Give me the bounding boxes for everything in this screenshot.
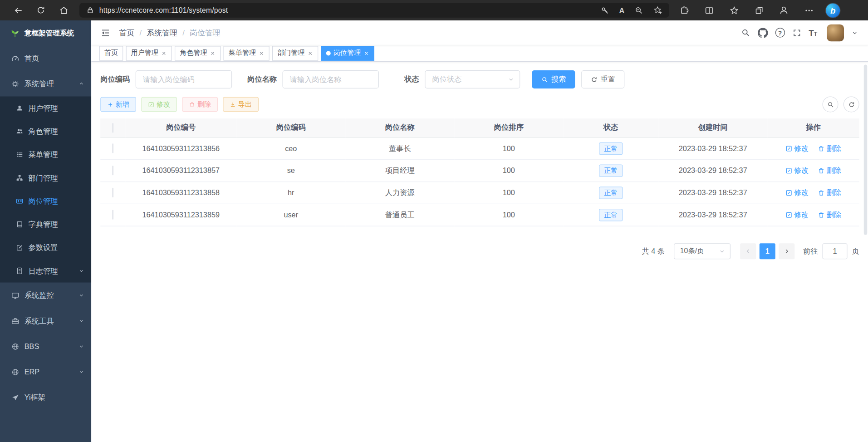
browser-reload-icon[interactable] xyxy=(29,0,52,20)
post-name-input[interactable] xyxy=(283,70,379,88)
split-screen-icon[interactable] xyxy=(696,0,721,20)
sidebar-item-dept-mgmt[interactable]: 部门管理 xyxy=(0,166,91,189)
export-button[interactable]: 导出 xyxy=(223,97,259,112)
github-icon[interactable] xyxy=(758,28,768,38)
sidebar-item-menu-mgmt[interactable]: 菜单管理 xyxy=(0,143,91,166)
list-icon xyxy=(16,151,23,158)
sidebar-item-post-mgmt[interactable]: 岗位管理 xyxy=(0,190,91,213)
add-button[interactable]: 新增 xyxy=(100,97,136,112)
row-checkbox[interactable] xyxy=(113,210,114,220)
table-row[interactable]: 1641030593112313858 hr 人力资源 100 正常 2023-… xyxy=(100,182,859,204)
tab-role-mgmt[interactable]: 角色管理 xyxy=(175,46,221,61)
cell-post-id: 1641030593112313858 xyxy=(125,182,236,204)
sidebar-item-param-settings[interactable]: 参数设置 xyxy=(0,236,91,259)
bing-chat-icon[interactable]: b xyxy=(826,3,840,17)
post-code-input[interactable] xyxy=(136,70,232,88)
status-select[interactable]: 岗位状态 xyxy=(425,70,520,88)
zoom-out-icon[interactable] xyxy=(635,6,643,15)
sidebar-item-bbs[interactable]: BBS xyxy=(0,334,91,359)
browser-back-icon[interactable] xyxy=(7,0,29,20)
collections-icon[interactable] xyxy=(746,0,771,20)
row-delete-link[interactable]: 删除 xyxy=(818,187,841,198)
sidebar-item-dict-mgmt[interactable]: 字典管理 xyxy=(0,213,91,236)
breadcrumb-system[interactable]: 系统管理 xyxy=(147,28,177,38)
tab-close-icon[interactable] xyxy=(259,50,265,56)
row-edit-link[interactable]: 修改 xyxy=(785,143,809,154)
sidebar-item-system-monitor[interactable]: 系统监控 xyxy=(0,283,91,308)
row-edit-link[interactable]: 修改 xyxy=(785,210,809,220)
fullscreen-icon[interactable] xyxy=(792,28,801,37)
sidebar-item-system-mgmt[interactable]: 系统管理 xyxy=(0,71,91,96)
refresh-table-button[interactable] xyxy=(843,97,859,113)
tab-user-mgmt[interactable]: 用户管理 xyxy=(126,46,172,61)
breadcrumb-home[interactable]: 首页 xyxy=(119,28,135,38)
row-checkbox[interactable] xyxy=(113,166,114,175)
tab-close-icon[interactable] xyxy=(210,50,216,56)
screen: https://ccnetcore.com:1101/system/post A… xyxy=(0,0,868,442)
scrollbar[interactable] xyxy=(864,65,868,235)
page-size-select[interactable]: 10条/页 xyxy=(674,243,731,259)
favorite-add-icon[interactable] xyxy=(653,6,662,15)
sidebar-item-user-mgmt[interactable]: 用户管理 xyxy=(0,97,91,120)
row-delete-link[interactable]: 删除 xyxy=(818,165,841,176)
row-checkbox[interactable] xyxy=(113,188,114,197)
tab-home[interactable]: 首页 xyxy=(99,46,123,61)
page-number-1[interactable]: 1 xyxy=(760,243,775,259)
browser-profile-icon[interactable] xyxy=(771,0,796,20)
cell-post-id: 1641030593112313859 xyxy=(125,204,236,226)
sidebar-item-role-mgmt[interactable]: 角色管理 xyxy=(0,120,91,143)
table-row[interactable]: 1641030593112313859 user 普通员工 100 正常 202… xyxy=(100,204,859,226)
sidebar-fold-icon[interactable] xyxy=(100,28,111,38)
prev-page-button[interactable] xyxy=(740,243,756,259)
row-delete-link[interactable]: 删除 xyxy=(818,210,841,220)
password-key-icon[interactable] xyxy=(600,6,609,15)
url-text[interactable]: https://ccnetcore.com:1101/system/post xyxy=(99,6,228,15)
tab-menu-mgmt[interactable]: 菜单管理 xyxy=(224,46,270,61)
table-row[interactable]: 1641030593112313856 ceo 董事长 100 正常 2023-… xyxy=(100,138,859,160)
tab-dept-mgmt[interactable]: 部门管理 xyxy=(272,46,318,61)
extensions-icon[interactable] xyxy=(672,0,696,20)
sidebar-item-yi-framework[interactable]: Yi框架 xyxy=(0,385,91,410)
sidebar-item-home[interactable]: 首页 xyxy=(0,45,91,71)
tab-close-icon[interactable] xyxy=(161,50,167,56)
badge-icon xyxy=(16,197,23,205)
select-all-checkbox[interactable] xyxy=(113,123,114,133)
goto-page-input[interactable] xyxy=(823,243,848,259)
tab-post-mgmt[interactable]: 岗位管理 xyxy=(321,46,375,61)
reset-button[interactable]: 重置 xyxy=(581,70,624,88)
user-dropdown-caret-icon[interactable] xyxy=(851,29,858,36)
help-icon[interactable]: ? xyxy=(775,28,785,37)
read-aloud-icon[interactable]: A xyxy=(619,6,625,15)
row-checkbox[interactable] xyxy=(113,143,114,153)
header-search-icon[interactable] xyxy=(740,28,750,37)
sidebar-item-erp[interactable]: ERP xyxy=(0,359,91,384)
chevron-down-icon xyxy=(78,318,85,324)
tab-close-icon[interactable] xyxy=(308,50,314,56)
edit-button[interactable]: 修改 xyxy=(141,97,177,112)
show-search-toggle-button[interactable] xyxy=(823,97,839,113)
row-edit-link[interactable]: 修改 xyxy=(785,187,809,198)
row-edit-link[interactable]: 修改 xyxy=(785,165,809,176)
search-button[interactable]: 搜索 xyxy=(532,70,575,88)
gear-icon xyxy=(11,80,20,88)
favorites-icon[interactable] xyxy=(721,0,746,20)
next-page-button[interactable] xyxy=(779,243,794,259)
delete-button[interactable]: 删除 xyxy=(182,97,218,112)
globe-icon xyxy=(11,368,20,376)
user-avatar[interactable] xyxy=(827,24,844,41)
breadcrumb-current: 岗位管理 xyxy=(190,28,221,38)
browser-menu-icon[interactable] xyxy=(796,0,821,20)
pagination-total: 共 4 条 xyxy=(642,246,665,256)
col-post-sort: 岗位排序 xyxy=(454,118,563,137)
tab-close-icon[interactable] xyxy=(363,50,369,56)
browser-home-icon[interactable] xyxy=(52,0,75,20)
sidebar-item-log-mgmt[interactable]: 日志管理 xyxy=(0,259,91,282)
cell-post-id: 1641030593112313857 xyxy=(125,159,236,182)
address-bar[interactable]: https://ccnetcore.com:1101/system/post A xyxy=(79,3,669,18)
app-logo: 意框架管理系统 xyxy=(0,20,91,45)
sidebar-item-system-tools[interactable]: 系统工具 xyxy=(0,308,91,334)
font-size-icon[interactable]: TT xyxy=(809,29,817,37)
book-icon xyxy=(16,221,23,228)
row-delete-link[interactable]: 删除 xyxy=(818,143,841,154)
table-row[interactable]: 1641030593112313857 se 项目经理 100 正常 2023-… xyxy=(100,159,859,182)
